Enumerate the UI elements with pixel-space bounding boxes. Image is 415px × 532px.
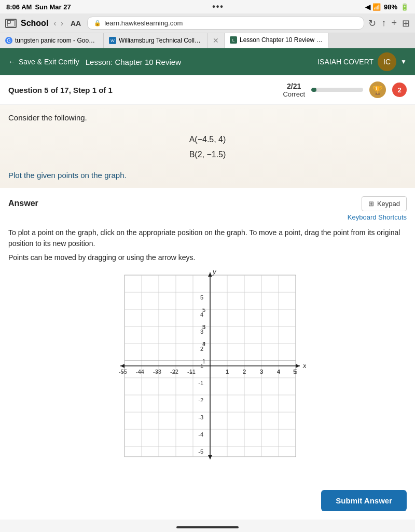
progress-bar-fill: [311, 88, 316, 92]
user-avatar: IC: [378, 52, 396, 71]
svg-text:2: 2: [243, 369, 246, 375]
bottom-bar: [0, 520, 415, 532]
share-icon[interactable]: ↑: [381, 18, 386, 29]
save-exit-button[interactable]: ← Save & Exit Certify: [8, 58, 79, 66]
drag-help-text: Points can be moved by dragging or using…: [8, 253, 407, 262]
add-tab-icon[interactable]: +: [391, 18, 397, 29]
tab-williamsburg[interactable]: W Williamsburg Technical Colleg...: [104, 33, 208, 48]
answer-label: Answer: [8, 199, 38, 208]
question-info: Question 5 of 17, Step 1 of 1: [8, 86, 113, 94]
dropdown-arrow-icon[interactable]: ▼: [400, 58, 407, 65]
url-bar[interactable]: 🔒 learn.hawkeslearning.com: [87, 17, 364, 30]
plot-instruction: Plot the given points on the graph.: [8, 171, 407, 180]
tabs-icon[interactable]: ⊞: [402, 18, 410, 29]
svg-text:-2: -2: [198, 397, 203, 403]
heart-badge: 2: [392, 83, 407, 97]
google-favicon: G: [5, 37, 12, 44]
answer-header: Answer ⊞ Keypad: [8, 196, 407, 211]
correct-count: 2/21 Correct: [283, 82, 305, 98]
svg-text:y: y: [212, 270, 217, 276]
svg-text:5: 5: [200, 294, 203, 301]
school-label: School: [21, 19, 48, 28]
svg-text:3: 3: [200, 329, 203, 335]
svg-text:-3: -3: [198, 414, 203, 420]
submit-answer-button[interactable]: Submit Answer: [321, 490, 407, 511]
header-left: ← Save & Exit Certify Lesson: Chapter 10…: [8, 58, 181, 66]
aa-label[interactable]: AA: [71, 19, 81, 28]
svg-rect-1: [7, 20, 10, 23]
svg-text:1: 1: [200, 363, 203, 369]
app-header: ← Save & Exit Certify Lesson: Chapter 10…: [0, 48, 415, 75]
browser-actions: ↻ ↑ + ⊞: [368, 18, 410, 29]
keypad-button[interactable]: ⊞ Keypad: [362, 196, 407, 211]
status-dots: •••: [212, 2, 224, 11]
nav-arrows: ‹ ›: [52, 19, 64, 28]
keypad-label: Keypad: [377, 200, 400, 208]
battery-status: 98%: [384, 3, 397, 11]
question-body: Consider the following. A(−4.5, 4) B(2, …: [0, 105, 415, 188]
svg-marker-25: [120, 364, 125, 368]
avatar-initials: IC: [383, 58, 391, 66]
back-arrow-icon: ←: [8, 58, 16, 66]
consider-text: Consider the following.: [8, 113, 407, 122]
lesson-title: Lesson: Chapter 10 Review: [86, 58, 181, 66]
svg-text:-3: -3: [156, 369, 161, 375]
reload-icon[interactable]: ↻: [368, 18, 376, 29]
points-display: A(−4.5, 4) B(2, −1.5): [8, 132, 407, 162]
user-name: ISAIAH COVERT: [317, 58, 374, 66]
browser-tabs: G tungsten panic room - Google... W Will…: [0, 33, 415, 48]
tab-williamsburg-label: Williamsburg Technical Colleg...: [119, 37, 202, 44]
trophy-icon: 🏆: [369, 81, 386, 98]
correct-label: Correct: [283, 90, 305, 98]
svg-text:5: 5: [294, 369, 297, 375]
tab-x[interactable]: ✕: [208, 33, 225, 48]
browser-chrome: School ‹ › AA 🔒 learn.hawkeslearning.com…: [0, 13, 415, 33]
correct-fraction: 2/21: [283, 82, 305, 90]
back-arrow[interactable]: ‹: [52, 19, 57, 28]
svg-marker-27: [208, 455, 212, 459]
progress-area: [311, 88, 363, 92]
battery-icon: 🔋: [400, 3, 409, 11]
trophy-symbol: 🏆: [372, 85, 383, 95]
heart-count: 2: [397, 86, 401, 94]
svg-marker-24: [296, 364, 300, 368]
svg-text:3: 3: [260, 369, 263, 375]
graph-container[interactable]: x y -5 -4 -3 -2 -1 1 2 3 4 5 4 5 1 2 3 5: [8, 270, 407, 467]
coordinate-graph[interactable]: x y -5 -4 -3 -2 -1 1 2 3 4 5 4 5 1 2 3 5: [109, 270, 306, 467]
svg-text:-4: -4: [139, 369, 144, 375]
svg-text:x: x: [302, 362, 306, 370]
keypad-grid-icon: ⊞: [368, 200, 374, 208]
wifi-icon: ◀ 📶: [365, 3, 381, 11]
question-meta: 2/21 Correct 🏆 2: [283, 81, 407, 98]
status-date: Sun Mar 27: [35, 3, 71, 11]
svg-text:-5: -5: [198, 448, 203, 455]
main-content: Question 5 of 17, Step 1 of 1 2/21 Corre…: [0, 75, 415, 520]
submit-area: Submit Answer: [0, 486, 415, 520]
keyboard-shortcuts-link[interactable]: Keyboard Shortcuts: [8, 213, 407, 221]
lock-icon: 🔒: [94, 20, 101, 26]
svg-text:1: 1: [226, 369, 229, 375]
svg-text:-5: -5: [122, 369, 127, 375]
tab-icon: [5, 19, 17, 28]
plot-help-text: To plot a point on the graph, click on t…: [8, 227, 407, 249]
svg-text:2: 2: [200, 346, 203, 352]
forward-arrow[interactable]: ›: [60, 19, 64, 28]
question-header: Question 5 of 17, Step 1 of 1 2/21 Corre…: [0, 75, 415, 105]
lesson-favicon: L: [230, 36, 237, 44]
williamsburg-favicon: W: [109, 37, 116, 44]
svg-text:4: 4: [277, 369, 280, 375]
point-b: B(2, −1.5): [8, 147, 407, 162]
svg-text:-4: -4: [198, 431, 203, 438]
status-right: ◀ 📶 98% 🔋: [365, 3, 409, 11]
header-right: ISAIAH COVERT IC ▼: [317, 52, 407, 71]
tab-lesson-label: Lesson Chapter 10 Review Cer...: [240, 36, 323, 44]
point-a: A(−4.5, 4): [8, 132, 407, 147]
svg-text:-1: -1: [198, 380, 203, 386]
url-text: learn.hawkeslearning.com: [104, 19, 183, 27]
svg-text:-1: -1: [190, 369, 196, 375]
save-exit-label: Save & Exit Certify: [19, 58, 79, 66]
tab-google[interactable]: G tungsten panic room - Google...: [0, 33, 104, 48]
tab-lesson[interactable]: L Lesson Chapter 10 Review Cer...: [225, 33, 328, 48]
svg-marker-26: [208, 272, 212, 277]
home-indicator: [176, 526, 239, 528]
